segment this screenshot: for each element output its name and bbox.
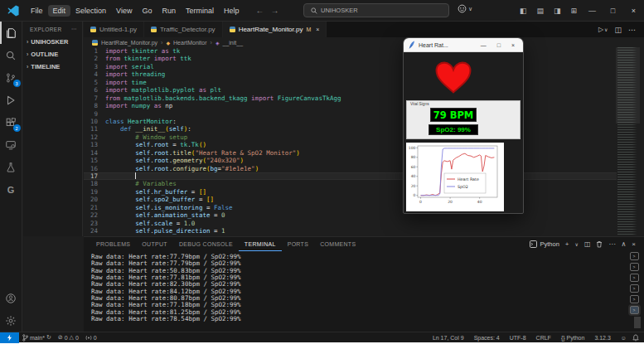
app-title-bar[interactable]: Heart Rat... — □ × xyxy=(404,38,523,52)
tab-ports[interactable]: PORTS xyxy=(282,237,315,251)
terminal-instance-icon[interactable]: > xyxy=(630,295,639,303)
menu-edit[interactable]: Edit xyxy=(48,5,71,17)
settings-button[interactable] xyxy=(0,309,22,332)
code-line[interactable]: 24 self.pulse_direction = 1 xyxy=(84,227,617,235)
git-branch-indicator[interactable]: main* ↻ xyxy=(19,334,55,342)
tab-heartrate-monitor[interactable]: HeartRate_Monitor.py M × xyxy=(223,22,327,37)
more-actions-icon[interactable]: ⋯ xyxy=(628,26,636,34)
code-line[interactable]: 1import tkinter as tk xyxy=(84,47,617,55)
maximize-button[interactable]: □ xyxy=(603,0,623,22)
app-maximize-button[interactable]: □ xyxy=(497,42,501,48)
accounts-button[interactable] xyxy=(0,287,22,309)
menu-run[interactable]: Run xyxy=(157,5,181,17)
tab-terminal[interactable]: TERMINAL xyxy=(239,237,282,251)
menu-selection[interactable]: Selection xyxy=(70,5,111,17)
code-line[interactable]: 10class HeartMonitor: xyxy=(84,118,617,125)
explorer-activity-button[interactable] xyxy=(0,22,22,44)
toggle-panel-icon[interactable]: ▤ xyxy=(531,7,549,15)
code-line[interactable]: 2from tkinter import ttk xyxy=(84,55,617,62)
maximize-panel-icon[interactable]: ∧ xyxy=(621,240,626,248)
toggle-sidebar-icon[interactable]: ◧ xyxy=(515,7,532,15)
app-close-button[interactable]: × xyxy=(511,42,515,48)
sidebar-item-workspace[interactable]: › UNIHOSKER xyxy=(23,36,82,48)
code-line[interactable]: 20 self.spo2_buffer = [] xyxy=(84,196,617,203)
close-button[interactable]: × xyxy=(623,0,644,22)
code-line[interactable]: 19 self.hr_buffer = [] xyxy=(84,188,617,196)
terminal-output[interactable]: Raw data: Heart rate:77.79bpm / SpO2:99%… xyxy=(91,254,241,322)
code-line[interactable]: 8import numpy as np xyxy=(84,102,617,109)
tab-traffic-detector[interactable]: Traffic_Detector.py xyxy=(144,22,223,37)
tab-comments[interactable]: COMMENTS xyxy=(314,237,361,251)
code-line[interactable]: 9 xyxy=(84,110,617,118)
tab-problems[interactable]: PROBLEMS xyxy=(90,237,136,251)
testing-activity-button[interactable] xyxy=(0,156,22,178)
tab-debug-console[interactable]: DEBUG CONSOLE xyxy=(173,237,239,251)
tab-output[interactable]: OUTPUT xyxy=(136,237,173,251)
terminal-dropdown-icon[interactable]: ∨ xyxy=(575,241,579,247)
app-minimize-button[interactable]: — xyxy=(481,42,487,48)
menu-help[interactable]: Help xyxy=(219,5,245,17)
terminal-instance-icon[interactable]: > xyxy=(630,274,639,282)
python-version[interactable]: 3.12.3 xyxy=(590,335,614,341)
code-line[interactable]: 3import serial xyxy=(84,63,617,70)
back-icon[interactable]: ← xyxy=(255,6,264,15)
menu-file[interactable]: File xyxy=(26,5,48,17)
terminal-instance-icon[interactable]: > xyxy=(630,263,639,271)
search-activity-button[interactable] xyxy=(0,44,22,66)
code-line[interactable]: 22 self.animation_state = 0 xyxy=(84,211,617,219)
customize-layout-icon[interactable]: ⊞ xyxy=(565,7,582,15)
split-editor-icon[interactable]: ◫ xyxy=(614,26,622,34)
cursor-position[interactable]: Ln 17, Col 9 xyxy=(429,335,468,341)
minimap[interactable] xyxy=(617,47,638,236)
code-editor[interactable]: 1import tkinter as tk2from tkinter impor… xyxy=(84,47,617,236)
code-line[interactable]: 4import threading xyxy=(84,70,617,78)
minimize-button[interactable]: — xyxy=(582,0,603,22)
explorer-more-icon[interactable]: ⋯ xyxy=(71,26,77,32)
code-line[interactable]: 21 self.is_monitoring = False xyxy=(84,204,617,211)
language-mode[interactable]: {} Python xyxy=(557,335,588,341)
heart-monitor-app-window[interactable]: Heart Rat... — □ × Vital Signs 79 BPM Sp… xyxy=(403,37,524,214)
search-box[interactable]: UNIHOSKER xyxy=(303,3,449,17)
code-line[interactable]: 12 # Window setup xyxy=(84,133,617,141)
close-panel-icon[interactable]: × xyxy=(632,240,636,248)
indentation-indicator[interactable]: Spaces: 4 xyxy=(470,335,504,341)
gitlens-activity-button[interactable]: G xyxy=(0,178,22,201)
menu-terminal[interactable]: Terminal xyxy=(181,5,219,17)
ports-indicator[interactable]: 0 xyxy=(82,334,100,341)
code-line[interactable]: 11 def __init__(self): xyxy=(84,125,617,133)
toggle-secondary-sidebar-icon[interactable]: ◨ xyxy=(549,7,566,15)
notifications-bell-icon[interactable] xyxy=(632,334,639,342)
terminal-instance-icon[interactable]: > xyxy=(630,252,639,260)
code-line[interactable]: 18 # Variables xyxy=(84,180,617,187)
run-python-file-button[interactable]: ▷ ∨ xyxy=(598,26,608,33)
code-line[interactable]: 15 self.root.geometry("240x320") xyxy=(84,157,617,164)
code-line[interactable]: 16 self.root.configure(bg="#1e1e1e") xyxy=(84,165,617,172)
run-debug-activity-button[interactable] xyxy=(0,89,22,111)
code-line[interactable]: 7from matplotlib.backends.backend_tkagg … xyxy=(84,95,617,102)
code-line[interactable]: 17 xyxy=(84,172,617,180)
extensions-activity-button[interactable]: 2 xyxy=(0,111,22,133)
forward-icon[interactable]: → xyxy=(270,6,278,15)
code-line[interactable]: 14 self.root.title("Heart Rate & SpO2 Mo… xyxy=(84,149,617,157)
new-terminal-icon[interactable]: + xyxy=(565,240,569,248)
sidebar-item-timeline[interactable]: › TIMELINE xyxy=(23,61,82,73)
encoding-indicator[interactable]: UTF-8 xyxy=(506,335,530,341)
tab-untitled-1[interactable]: Untitled-1.py xyxy=(84,22,144,37)
problems-indicator[interactable]: ⊘ 0 △ 0 xyxy=(55,334,82,341)
copilot-menu[interactable]: ∨ xyxy=(458,4,472,13)
split-terminal-icon[interactable]: ◫ xyxy=(584,240,591,248)
remote-explorer-activity-button[interactable] xyxy=(0,133,22,156)
code-line[interactable]: 6import matplotlib.pyplot as plt xyxy=(84,86,617,94)
terminal-instance-icon[interactable]: > xyxy=(630,306,639,314)
terminal-instance-icon[interactable]: > xyxy=(630,284,639,293)
code-line[interactable]: 13 self.root = tk.Tk() xyxy=(84,141,617,148)
code-line[interactable]: 23 self.scale = 1.0 xyxy=(84,220,617,227)
terminal-scrollbar[interactable] xyxy=(634,317,641,328)
kill-terminal-icon[interactable] xyxy=(596,240,603,248)
menu-go[interactable]: Go xyxy=(137,5,157,17)
panel-more-icon[interactable]: ⋯ xyxy=(608,240,615,248)
sidebar-item-outline[interactable]: › OUTLINE xyxy=(23,48,82,61)
tab-close-icon[interactable]: × xyxy=(316,27,319,32)
eol-indicator[interactable]: CRLF xyxy=(532,335,555,341)
remote-indicator[interactable] xyxy=(0,332,19,343)
